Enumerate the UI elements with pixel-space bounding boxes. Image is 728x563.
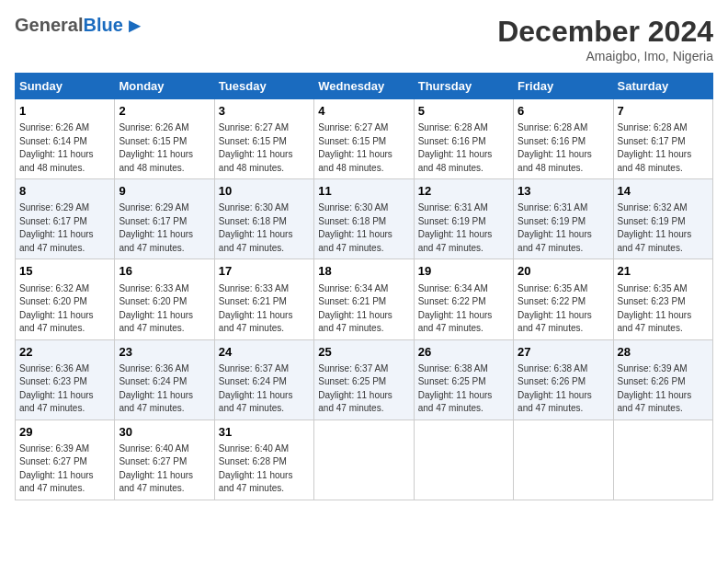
calendar-cell: 9Sunrise: 6:29 AMSunset: 6:17 PMDaylight… [115,179,214,259]
logo-arrow-icon: ► [125,16,145,36]
weekday-header-friday: Friday [514,74,613,99]
day-number: 7 [618,103,709,120]
calendar-table: SundayMondayTuesdayWednesdayThursdayFrid… [15,73,713,500]
day-info: Sunrise: 6:28 AMSunset: 6:16 PMDaylight:… [518,121,609,175]
day-number: 20 [518,263,609,280]
day-number: 8 [19,183,110,200]
day-number: 12 [418,183,509,200]
calendar-cell: 14Sunrise: 6:32 AMSunset: 6:19 PMDayligh… [613,179,712,259]
day-number: 30 [119,424,210,441]
calendar-cell: 31Sunrise: 6:40 AMSunset: 6:28 PMDayligh… [214,419,313,500]
day-info: Sunrise: 6:35 AMSunset: 6:22 PMDaylight:… [518,282,609,336]
day-number: 28 [618,344,709,361]
day-info: Sunrise: 6:34 AMSunset: 6:22 PMDaylight:… [418,282,509,336]
day-info: Sunrise: 6:40 AMSunset: 6:28 PMDaylight:… [219,442,310,496]
calendar-cell [414,419,513,500]
day-info: Sunrise: 6:40 AMSunset: 6:27 PMDaylight:… [119,442,210,496]
day-info: Sunrise: 6:39 AMSunset: 6:27 PMDaylight:… [19,442,110,496]
day-number: 18 [318,263,409,280]
calendar-cell: 22Sunrise: 6:36 AMSunset: 6:23 PMDayligh… [16,339,115,419]
calendar-cell: 23Sunrise: 6:36 AMSunset: 6:24 PMDayligh… [115,339,214,419]
day-info: Sunrise: 6:37 AMSunset: 6:25 PMDaylight:… [318,362,409,416]
day-info: Sunrise: 6:32 AMSunset: 6:19 PMDaylight:… [618,201,709,255]
day-number: 11 [318,183,409,200]
day-info: Sunrise: 6:27 AMSunset: 6:15 PMDaylight:… [219,121,310,175]
day-number: 10 [219,183,310,200]
calendar-cell: 8Sunrise: 6:29 AMSunset: 6:17 PMDaylight… [16,179,115,259]
title-block: December 2024 Amaigbo, Imo, Nigeria [497,15,713,63]
calendar-cell: 11Sunrise: 6:30 AMSunset: 6:18 PMDayligh… [314,179,414,259]
day-info: Sunrise: 6:26 AMSunset: 6:15 PMDaylight:… [119,121,210,175]
day-number: 27 [518,344,609,361]
calendar-cell [514,419,613,500]
day-info: Sunrise: 6:33 AMSunset: 6:21 PMDaylight:… [219,282,310,336]
day-number: 31 [219,424,310,441]
calendar-cell: 26Sunrise: 6:38 AMSunset: 6:25 PMDayligh… [414,339,513,419]
calendar-cell: 10Sunrise: 6:30 AMSunset: 6:18 PMDayligh… [214,179,313,259]
calendar-cell: 3Sunrise: 6:27 AMSunset: 6:15 PMDaylight… [214,99,313,179]
weekday-header-saturday: Saturday [613,74,712,99]
day-number: 25 [318,344,409,361]
day-info: Sunrise: 6:38 AMSunset: 6:25 PMDaylight:… [418,362,509,416]
day-info: Sunrise: 6:39 AMSunset: 6:26 PMDaylight:… [618,362,709,416]
day-info: Sunrise: 6:28 AMSunset: 6:17 PMDaylight:… [618,121,709,175]
day-info: Sunrise: 6:31 AMSunset: 6:19 PMDaylight:… [418,201,509,255]
day-number: 9 [119,183,210,200]
day-number: 13 [518,183,609,200]
calendar-cell: 24Sunrise: 6:37 AMSunset: 6:24 PMDayligh… [214,339,313,419]
day-info: Sunrise: 6:38 AMSunset: 6:26 PMDaylight:… [518,362,609,416]
page-header: General Blue ► December 2024 Amaigbo, Im… [15,15,713,63]
calendar-cell: 19Sunrise: 6:34 AMSunset: 6:22 PMDayligh… [414,259,513,339]
calendar-cell: 29Sunrise: 6:39 AMSunset: 6:27 PMDayligh… [16,419,115,500]
calendar-cell: 25Sunrise: 6:37 AMSunset: 6:25 PMDayligh… [314,339,414,419]
day-info: Sunrise: 6:30 AMSunset: 6:18 PMDaylight:… [318,201,409,255]
day-number: 1 [19,103,110,120]
day-info: Sunrise: 6:27 AMSunset: 6:15 PMDaylight:… [318,121,409,175]
weekday-header-monday: Monday [115,74,214,99]
day-number: 21 [618,263,709,280]
weekday-header-wednesday: Wednesday [314,74,414,99]
day-info: Sunrise: 6:37 AMSunset: 6:24 PMDaylight:… [219,362,310,416]
day-info: Sunrise: 6:29 AMSunset: 6:17 PMDaylight:… [119,201,210,255]
day-number: 16 [119,263,210,280]
day-number: 23 [119,344,210,361]
day-info: Sunrise: 6:36 AMSunset: 6:23 PMDaylight:… [19,362,110,416]
calendar-cell: 6Sunrise: 6:28 AMSunset: 6:16 PMDaylight… [514,99,613,179]
calendar-cell: 4Sunrise: 6:27 AMSunset: 6:15 PMDaylight… [314,99,414,179]
calendar-cell: 18Sunrise: 6:34 AMSunset: 6:21 PMDayligh… [314,259,414,339]
weekday-header-thursday: Thursday [414,74,513,99]
calendar-cell: 16Sunrise: 6:33 AMSunset: 6:20 PMDayligh… [115,259,214,339]
calendar-cell: 28Sunrise: 6:39 AMSunset: 6:26 PMDayligh… [613,339,712,419]
location-text: Amaigbo, Imo, Nigeria [497,49,713,63]
calendar-cell: 21Sunrise: 6:35 AMSunset: 6:23 PMDayligh… [613,259,712,339]
calendar-cell: 5Sunrise: 6:28 AMSunset: 6:16 PMDaylight… [414,99,513,179]
day-number: 17 [219,263,310,280]
day-number: 29 [19,424,110,441]
weekday-header-tuesday: Tuesday [214,74,313,99]
calendar-cell [613,419,712,500]
calendar-cell: 1Sunrise: 6:26 AMSunset: 6:14 PMDaylight… [16,99,115,179]
calendar-cell: 12Sunrise: 6:31 AMSunset: 6:19 PMDayligh… [414,179,513,259]
day-info: Sunrise: 6:32 AMSunset: 6:20 PMDaylight:… [19,282,110,336]
calendar-cell [314,419,414,500]
logo-blue-text: Blue [83,15,122,36]
day-number: 19 [418,263,509,280]
calendar-cell: 13Sunrise: 6:31 AMSunset: 6:19 PMDayligh… [514,179,613,259]
day-number: 14 [618,183,709,200]
day-info: Sunrise: 6:29 AMSunset: 6:17 PMDaylight:… [19,201,110,255]
day-info: Sunrise: 6:26 AMSunset: 6:14 PMDaylight:… [19,121,110,175]
day-info: Sunrise: 6:35 AMSunset: 6:23 PMDaylight:… [618,282,709,336]
day-number: 24 [219,344,310,361]
day-number: 5 [418,103,509,120]
day-info: Sunrise: 6:31 AMSunset: 6:19 PMDaylight:… [518,201,609,255]
day-number: 3 [219,103,310,120]
calendar-cell: 27Sunrise: 6:38 AMSunset: 6:26 PMDayligh… [514,339,613,419]
calendar-cell: 15Sunrise: 6:32 AMSunset: 6:20 PMDayligh… [16,259,115,339]
calendar-cell: 17Sunrise: 6:33 AMSunset: 6:21 PMDayligh… [214,259,313,339]
day-info: Sunrise: 6:36 AMSunset: 6:24 PMDaylight:… [119,362,210,416]
day-info: Sunrise: 6:34 AMSunset: 6:21 PMDaylight:… [318,282,409,336]
logo-general-text: General [15,15,83,36]
calendar-cell: 7Sunrise: 6:28 AMSunset: 6:17 PMDaylight… [613,99,712,179]
month-title: December 2024 [497,15,713,49]
day-number: 26 [418,344,509,361]
